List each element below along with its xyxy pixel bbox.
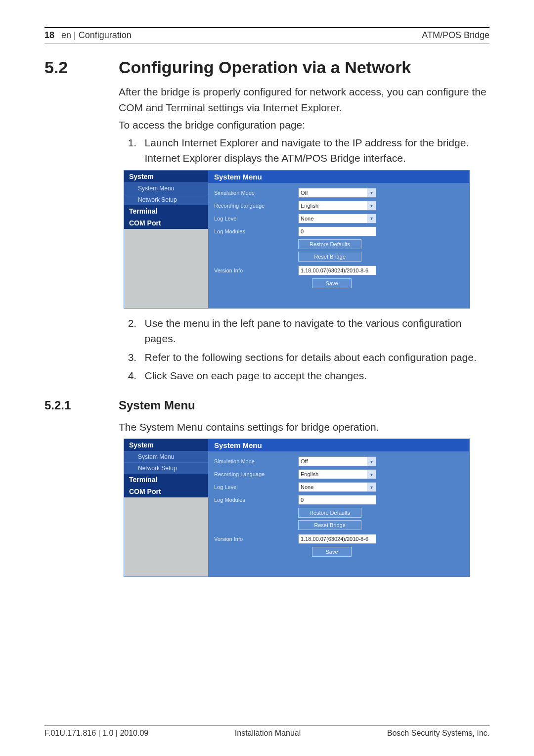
- label-log-modules: Log Modules: [214, 228, 298, 234]
- select-log-level[interactable]: None ▾: [298, 214, 376, 223]
- input-log-modules[interactable]: 0: [298, 226, 376, 236]
- save-button[interactable]: Save: [312, 278, 352, 288]
- subsection-desc: The System Menu contains settings for br…: [119, 419, 490, 435]
- input-log-modules-value: 0: [301, 228, 304, 234]
- breadcrumb: en | Configuration: [61, 30, 132, 41]
- input-log-modules-value: 0: [301, 497, 304, 503]
- footer-right: Bosch Security Systems, Inc.: [387, 729, 490, 738]
- select-log-level[interactable]: None ▾: [298, 482, 376, 492]
- reset-bridge-button[interactable]: Reset Bridge: [298, 252, 361, 262]
- step-4: Click Save on each page to accept the ch…: [139, 368, 490, 384]
- section-title: Configuring Operation via a Network: [119, 58, 411, 77]
- subsection-number: 5.2.1: [44, 399, 89, 412]
- label-version-info: Version Info: [214, 536, 298, 542]
- input-log-modules[interactable]: 0: [298, 495, 376, 505]
- product-name: ATM/POS Bridge: [422, 30, 490, 41]
- screenshot-system-menu-1: System System Menu Network Setup Termina…: [124, 170, 470, 309]
- select-simulation-mode[interactable]: Off ▾: [298, 456, 376, 466]
- chevron-down-icon: ▾: [367, 457, 376, 466]
- chevron-down-icon: ▾: [367, 188, 376, 197]
- select-recording-language-value: English: [301, 471, 318, 477]
- reset-bridge-button[interactable]: Reset Bridge: [298, 520, 361, 530]
- page-footer: F.01U.171.816 | 1.0 | 2010.09 Installati…: [44, 729, 490, 738]
- label-log-level: Log Level: [214, 216, 298, 222]
- step-1: Launch Internet Explorer and navigate to…: [139, 135, 490, 166]
- select-recording-language-value: English: [301, 203, 318, 209]
- select-simulation-mode-value: Off: [301, 190, 308, 196]
- select-log-level-value: None: [301, 216, 313, 222]
- chevron-down-icon: ▾: [367, 214, 376, 223]
- sidebar-header-com-port[interactable]: COM Port: [124, 486, 208, 497]
- footer-left: F.01U.171.816 | 1.0 | 2010.09: [44, 729, 148, 738]
- panel-title: System Menu: [208, 171, 469, 183]
- sidebar-header-com-port[interactable]: COM Port: [124, 217, 208, 229]
- intro-paragraph-1: After the bridge is properly configured …: [119, 84, 490, 115]
- step-1-note: Internet Explorer displays the ATM/POS B…: [145, 152, 406, 164]
- restore-defaults-button[interactable]: Restore Defaults: [298, 239, 361, 249]
- sidebar-item-system-menu[interactable]: System Menu: [124, 182, 208, 194]
- sidebar-item-network-setup[interactable]: Network Setup: [124, 194, 208, 205]
- field-version-info: 1.18.00.07(63024)/2010-8-6: [298, 266, 376, 275]
- chevron-down-icon: ▾: [367, 201, 376, 210]
- sidebar-header-terminal[interactable]: Terminal: [124, 474, 208, 486]
- subsection-title: System Menu: [119, 399, 195, 412]
- label-simulation-mode: Simulation Mode: [214, 190, 298, 196]
- sidebar-header-terminal[interactable]: Terminal: [124, 205, 208, 217]
- label-simulation-mode: Simulation Mode: [214, 458, 298, 464]
- section-number: 5.2: [44, 58, 89, 77]
- label-recording-language: Recording Language: [214, 203, 298, 209]
- label-log-modules: Log Modules: [214, 497, 298, 503]
- label-recording-language: Recording Language: [214, 471, 298, 477]
- select-simulation-mode-value: Off: [301, 458, 308, 464]
- field-version-info-value: 1.18.00.07(63024)/2010-8-6: [301, 267, 368, 273]
- restore-defaults-button[interactable]: Restore Defaults: [298, 508, 361, 518]
- screenshot-system-menu-2: System System Menu Network Setup Termina…: [124, 439, 470, 577]
- label-version-info: Version Info: [214, 267, 298, 273]
- step-1-text: Launch Internet Explorer and navigate to…: [145, 137, 469, 148]
- page-number: 18: [44, 30, 54, 41]
- field-version-info: 1.18.00.07(63024)/2010-8-6: [298, 534, 376, 544]
- sidebar-item-network-setup[interactable]: Network Setup: [124, 462, 208, 474]
- save-button[interactable]: Save: [312, 547, 352, 557]
- intro-paragraph-2: To access the bridge configuration page:: [119, 117, 490, 133]
- chevron-down-icon: ▾: [367, 483, 376, 491]
- sidebar-header-system[interactable]: System: [124, 171, 208, 182]
- select-log-level-value: None: [301, 484, 313, 490]
- label-log-level: Log Level: [214, 484, 298, 490]
- panel-title: System Menu: [208, 439, 469, 451]
- step-2: Use the menu in the left pane to navigat…: [139, 315, 490, 347]
- step-3: Refer to the following sections for deta…: [139, 350, 490, 365]
- page-header: 18 en | Configuration ATM/POS Bridge: [44, 30, 490, 44]
- field-version-info-value: 1.18.00.07(63024)/2010-8-6: [301, 536, 368, 542]
- footer-center: Installation Manual: [235, 729, 301, 738]
- select-recording-language[interactable]: English ▾: [298, 201, 376, 211]
- sidebar-header-system[interactable]: System: [124, 439, 208, 451]
- select-simulation-mode[interactable]: Off ▾: [298, 188, 376, 198]
- sidebar-item-system-menu[interactable]: System Menu: [124, 451, 208, 462]
- select-recording-language[interactable]: English ▾: [298, 469, 376, 479]
- chevron-down-icon: ▾: [367, 470, 376, 479]
